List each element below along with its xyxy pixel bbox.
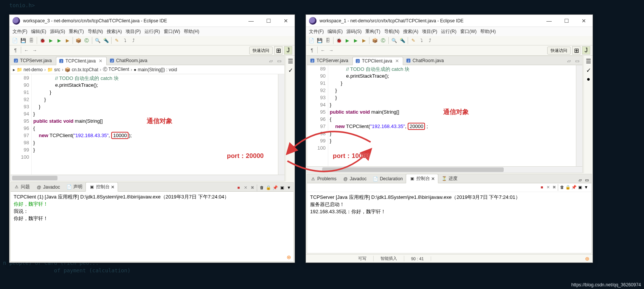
console-output[interactable]: TCPServer [Java 应用程序] D:\jdk1.8System\jr… — [307, 192, 591, 253]
menu-item[interactable]: 源码(S) — [48, 28, 67, 36]
menubar[interactable]: 文件(F)编辑(E)源码(S)重构(T)导航(N)搜索(A)项目(P)运行(R)… — [9, 27, 295, 36]
save-all-icon[interactable]: 🗄 — [324, 37, 332, 44]
menu-item[interactable]: 重构(T) — [364, 28, 382, 36]
open-perspective-button[interactable]: ⊞ — [274, 46, 282, 55]
console-tab[interactable]: ⏳进度 — [438, 174, 461, 183]
minimize-view-icon[interactable]: ▱ — [577, 177, 583, 183]
horizontal-scrollbar[interactable] — [307, 166, 582, 173]
menu-item[interactable]: 窗口(W) — [162, 28, 182, 36]
terminate-icon[interactable]: ■ — [539, 184, 545, 190]
menu-item[interactable]: 编辑(E) — [326, 28, 344, 36]
console-tabs[interactable]: ⚠Problems@Javadoc📄Declaration▣控制台 ✕⏳进度 ▱… — [307, 174, 591, 183]
minimize-button[interactable]: — — [242, 15, 260, 27]
console-toolbar[interactable]: ▱ ▭ — [577, 177, 591, 183]
scroll-lock-icon[interactable]: 🔒 — [565, 184, 571, 190]
breadcrumb[interactable]: ▸📁 net-demo›📁 src›📦 cn.tx.tcpChat›Ⓒ TCPC… — [11, 65, 284, 74]
console-tab[interactable]: 📄Declaration — [369, 175, 406, 183]
menu-item[interactable]: 导航(N) — [86, 28, 105, 36]
editor-tab[interactable]: JTCPClient.java✕ — [352, 57, 403, 65]
main-toolbar[interactable]: 📄💾🗄 🐞 ▶ ▶ ▶ 📦 Ⓒ 🔍 🔦 ✎ ⤵ ⤴ — [306, 36, 593, 45]
maximize-view-icon[interactable]: ▭ — [584, 177, 590, 183]
close-tab-icon[interactable]: ✕ — [111, 184, 115, 190]
run-icon[interactable]: ▶ — [343, 37, 351, 44]
back-icon[interactable]: ← — [319, 47, 327, 54]
debug-icon[interactable]: 🐞 — [335, 37, 343, 44]
menu-item[interactable]: 文件(F) — [11, 28, 29, 36]
open-console-icon[interactable]: ▼ — [583, 184, 589, 190]
show-whitespace-icon[interactable]: ¶ — [308, 47, 316, 54]
task-list-icon[interactable]: ✓ — [287, 66, 294, 74]
menu-item[interactable]: 搜索(A) — [402, 28, 420, 36]
menu-item[interactable]: 项目(P) — [124, 28, 142, 36]
menu-item[interactable]: 运行(R) — [439, 28, 458, 36]
editor-tabs[interactable]: JTCPServer.javaJTCPClient.java✕JChatRoom… — [307, 56, 582, 65]
quick-access-button[interactable]: 快速访问 — [249, 47, 273, 55]
open-type-icon[interactable]: 🔍 — [94, 37, 101, 44]
menu-item[interactable]: 文件(F) — [307, 28, 325, 36]
breadcrumb-item[interactable]: 📦 cn.tx.tcpChat — [65, 67, 98, 72]
breadcrumb-item[interactable]: 📁 net-demo — [17, 67, 43, 72]
code-editor[interactable]: 8990919293949596979899100 // TODO 自动生成的 … — [11, 74, 284, 175]
editor-tab[interactable]: JChatRoom.java — [107, 56, 152, 65]
close-button[interactable]: ✕ — [575, 15, 593, 27]
menubar[interactable]: 文件(F)编辑(E)源码(S)重构(T)导航(N)搜索(A)项目(P)运行(R)… — [306, 27, 593, 36]
search-icon[interactable]: 🔦 — [399, 37, 406, 44]
forward-icon[interactable]: → — [31, 47, 39, 54]
side-minimized-views[interactable]: ☰ ✓ ● — [583, 56, 593, 173]
remove-launch-icon[interactable]: ✕ — [545, 184, 551, 190]
menu-item[interactable]: 项目(P) — [421, 28, 439, 36]
pin-console-icon[interactable]: 📌 — [272, 184, 278, 191]
console-tab[interactable]: @Javadoc — [33, 183, 63, 191]
console-tab[interactable]: ⚠问题 — [11, 183, 33, 191]
side-minimized-views[interactable]: ☰ ✓ — [286, 56, 295, 181]
minimize-button[interactable]: — — [540, 15, 558, 27]
minimize-view-icon[interactable]: ▱ — [565, 57, 573, 65]
java-perspective-button[interactable]: J — [284, 46, 292, 55]
save-all-icon[interactable]: 🗄 — [28, 37, 35, 44]
breadcrumb-item[interactable]: Ⓒ TCPClient — [103, 66, 129, 73]
ext-tools-icon[interactable]: ▶ — [64, 37, 71, 44]
menu-item[interactable]: 编辑(E) — [29, 28, 48, 36]
console-tab[interactable]: @Javadoc — [340, 175, 370, 183]
coverage-icon[interactable]: ▶ — [352, 37, 359, 44]
console-tab[interactable]: 📄声明 — [63, 183, 85, 191]
horizontal-scrollbar[interactable] — [11, 175, 284, 181]
outline-icon[interactable]: ☰ — [287, 57, 294, 65]
remove-all-icon[interactable]: ✖ — [249, 184, 255, 191]
console-toolbar-row2[interactable]: ■ ✕ ✖ 🗑 🔒 📌 ▣ ▼ — [307, 183, 591, 192]
new-icon[interactable]: 📄 — [307, 37, 315, 44]
prev-annotation-icon[interactable]: ⤴ — [130, 37, 137, 44]
save-icon[interactable]: 💾 — [19, 37, 27, 44]
close-tab-icon[interactable]: ✕ — [431, 176, 435, 181]
debug-icon[interactable]: 🐞 — [39, 37, 46, 44]
maximize-button[interactable]: ☐ — [260, 15, 277, 27]
new-class-icon[interactable]: Ⓒ — [379, 37, 387, 44]
breadcrumb-item[interactable]: 📁 src — [47, 67, 60, 72]
menu-item[interactable]: 导航(N) — [383, 28, 401, 36]
terminate-icon[interactable]: ■ — [236, 184, 242, 191]
console-tab[interactable]: ▣控制台 ✕ — [85, 182, 118, 192]
maximize-view-icon[interactable]: ▭ — [275, 57, 283, 65]
rss-icon[interactable]: ⊛ — [287, 254, 291, 260]
code-content[interactable]: // TODO 自动生成的 catch 块 e.printStackTrace(… — [328, 65, 576, 166]
remove-all-icon[interactable]: ✖ — [551, 184, 557, 190]
open-perspective-button[interactable]: ⊞ — [572, 46, 580, 55]
maximize-view-icon[interactable]: ▭ — [573, 57, 581, 65]
display-console-icon[interactable]: ▣ — [279, 184, 285, 191]
code-editor[interactable]: 8990919293949596979899100 // TODO 自动生成的 … — [307, 65, 582, 166]
toggle-mark-icon[interactable]: ✎ — [410, 37, 417, 44]
menu-item[interactable]: 运行(R) — [143, 28, 161, 36]
next-annotation-icon[interactable]: ⤵ — [418, 37, 425, 44]
clear-console-icon[interactable]: 🗑 — [559, 184, 565, 190]
java-perspective-button[interactable]: J — [582, 46, 590, 55]
new-package-icon[interactable]: 📦 — [371, 37, 379, 44]
display-console-icon[interactable]: ▣ — [577, 184, 583, 190]
code-content[interactable]: // TODO 自动生成的 catch 块 e.printStackTrace(… — [32, 74, 278, 175]
console-tab[interactable]: ⚠Problems — [307, 175, 340, 183]
editor-tab[interactable]: JTCPClient.java✕ — [56, 57, 107, 65]
show-whitespace-icon[interactable]: ¶ — [12, 47, 19, 54]
breakpoints-icon[interactable]: ● — [585, 75, 592, 83]
console-toolbar[interactable]: ■ ✕ ✖ 🗑 🔒 📌 ▣ ▼ — [236, 184, 293, 191]
toggle-mark-icon[interactable]: ✎ — [113, 37, 121, 44]
close-tab-icon[interactable]: ✕ — [395, 58, 399, 64]
